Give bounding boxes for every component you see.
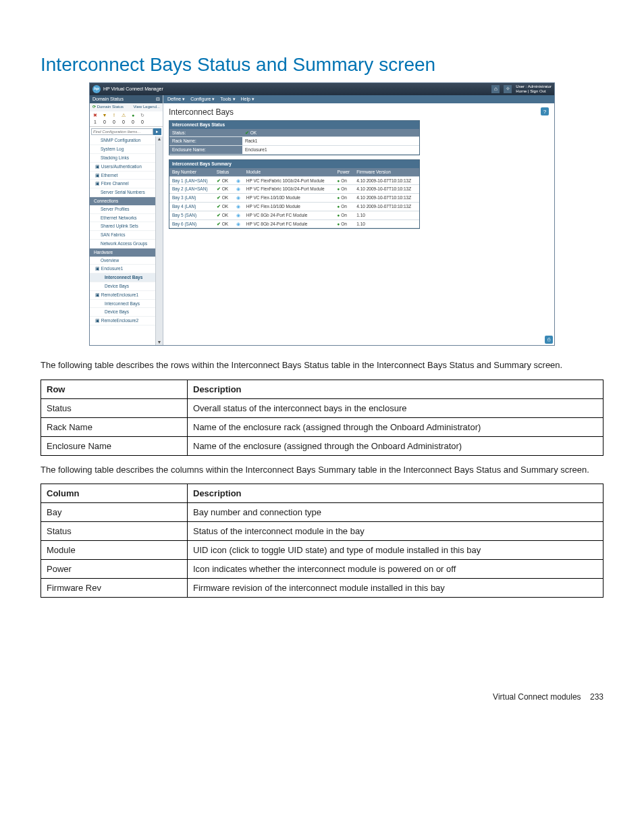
scroll-down-icon[interactable]: ▼	[157, 340, 162, 345]
bay-link[interactable]: Bay 2 (LAN+SAN)	[169, 185, 214, 194]
menu-help[interactable]: Help ▾	[241, 97, 254, 101]
search-go-button[interactable]: ▸	[153, 128, 161, 135]
cell-key: Status	[41, 522, 188, 541]
sidebar-scrollbar[interactable]: ▲ ▼	[155, 136, 163, 345]
print-icon[interactable]: ⎙	[545, 336, 553, 344]
sidebar-item-ethernet[interactable]: ▣ Ethernet	[90, 172, 155, 180]
sidebar-item-profiles[interactable]: Server Profiles	[90, 205, 155, 214]
domain-status-link[interactable]: Domain Status	[97, 105, 124, 109]
col-bay[interactable]: Bay Number	[169, 168, 214, 176]
table-row: Rack NameName of the enclosure rack (ass…	[41, 417, 603, 436]
cell-desc: Name of the enclosure rack (assigned thr…	[188, 417, 603, 436]
sidebar-item-syslog[interactable]: System Log	[90, 145, 155, 154]
cell-key: Firmware Rev	[41, 579, 188, 598]
bay-link[interactable]: Bay 6 (SAN)	[169, 219, 214, 228]
search-input[interactable]	[91, 128, 153, 135]
scroll-up-icon[interactable]: ▲	[157, 136, 162, 142]
wizard-icon[interactable]: ✧	[504, 85, 512, 93]
sidebar-collapse-icon[interactable]: ⊟	[156, 97, 160, 102]
table-row: PowerIcon indicates whether the intercon…	[41, 560, 603, 579]
cell-key: Enclosure Name	[41, 436, 188, 455]
menu-tools[interactable]: Tools ▾	[220, 97, 235, 101]
ok-icon[interactable]: ●	[130, 113, 136, 118]
app-window: hp HP Virtual Connect Manager ⌂ ✧ User :…	[89, 82, 555, 346]
row-power: On	[341, 195, 347, 200]
row-module: HP VC Flex-10/10D Module	[244, 194, 335, 203]
major-icon[interactable]: ▼	[102, 113, 107, 118]
sidebar-item-serials[interactable]: Server Serial Numbers	[90, 188, 155, 197]
refresh-icon[interactable]: ⟳	[92, 105, 96, 109]
uid-toggle-icon[interactable]: ◉	[236, 221, 240, 226]
row-status: OK	[222, 186, 228, 191]
sidebar-item-nag[interactable]: Network Access Groups	[90, 240, 155, 249]
page-title: Interconnect Bays Status and Summary scr…	[41, 54, 603, 76]
row-power: On	[341, 186, 347, 191]
sidebar-item-remoteenclosure1[interactable]: ▣ RemoteEnclosure1	[90, 291, 155, 300]
sidebar-item-enetnets[interactable]: Ethernet Networks	[90, 214, 155, 223]
count-ok: 0	[130, 120, 136, 125]
bay-link[interactable]: Bay 3 (LAN)	[169, 194, 214, 203]
sidebar-item-sanfabrics[interactable]: SAN Fabrics	[90, 231, 155, 240]
status-panel: Interconnect Bays Status Status: ✔ OK Ra…	[169, 120, 420, 155]
user-line2[interactable]: Home | Sign Out	[516, 89, 552, 94]
row-fw: 4.10 2009-10-07T10:10:13Z	[354, 194, 419, 203]
status-rows-table: Row Description StatusOverall status of …	[41, 380, 603, 456]
sidebar-item-users[interactable]: ▣ Users/Authentication	[90, 163, 155, 172]
sidebar-item-device-bays-2[interactable]: Device Bays	[90, 308, 155, 317]
sidebar-item-fc[interactable]: ▣ Fibre Channel	[90, 180, 155, 188]
col-uid	[234, 168, 244, 176]
paragraph-1: The following table describes the rows w…	[41, 359, 603, 371]
sidebar-item-interconnect-bays-2[interactable]: Interconnect Bays	[90, 300, 155, 309]
warning-icon[interactable]: ⚠	[121, 113, 126, 118]
view-legend-link[interactable]: View Legend...	[133, 105, 160, 109]
t2-head-desc: Description	[188, 484, 603, 503]
uid-toggle-icon[interactable]: ◉	[236, 186, 240, 191]
col-module[interactable]: Module	[244, 168, 335, 176]
sidebar-item-snmp[interactable]: SNMP Configuration	[90, 136, 155, 145]
home-icon[interactable]: ⌂	[491, 85, 500, 93]
app-brand: HP Virtual Connect Manager	[103, 86, 163, 92]
sidebar-item-sus[interactable]: Shared Uplink Sets	[90, 222, 155, 231]
summary-columns-table: Column Description BayBay number and con…	[41, 484, 603, 598]
row-fw: 4.10 2009-10-07T10:10:13Z	[354, 176, 419, 185]
sidebar-item-device-bays-1[interactable]: Device Bays	[90, 282, 155, 291]
unknown-icon[interactable]: ↻	[140, 113, 145, 118]
table-row: Bay 5 (SAN)✔ OK◉HP VC 8Gb 24-Port FC Mod…	[169, 211, 419, 219]
rack-name-label: Rack Name:	[169, 137, 242, 146]
uid-toggle-icon[interactable]: ◉	[236, 195, 240, 200]
main-content: Define ▾ Configure ▾ Tools ▾ Help ▾ Inte…	[163, 95, 554, 345]
col-status[interactable]: Status	[214, 168, 234, 176]
minor-icon[interactable]: !	[111, 113, 117, 118]
table-row: StatusStatus of the interconnect module …	[41, 522, 603, 541]
menu-configure[interactable]: Configure ▾	[190, 97, 215, 101]
row-fw: 4.10 2009-10-07T10:10:13Z	[354, 202, 419, 211]
cell-key: Status	[41, 398, 188, 417]
col-power[interactable]: Power	[334, 168, 354, 176]
t2-head-col: Column	[41, 484, 188, 503]
menu-define[interactable]: Define ▾	[167, 97, 185, 101]
sidebar-item-enclosure1[interactable]: ▣ Enclosure1	[90, 265, 155, 273]
uid-toggle-icon[interactable]: ◉	[236, 178, 240, 183]
sidebar-item-remoteenclosure2[interactable]: ▣ RemoteEnclosure2	[90, 317, 155, 325]
status-value: OK	[250, 130, 257, 135]
uid-toggle-icon[interactable]: ◉	[236, 204, 240, 209]
content-heading: Interconnect Bays	[169, 107, 234, 117]
sidebar-item-interconnect-bays-1[interactable]: Interconnect Bays	[90, 273, 155, 282]
bay-link[interactable]: Bay 4 (LAN)	[169, 202, 214, 211]
cell-desc: Bay number and connection type	[188, 503, 603, 522]
bay-link[interactable]: Bay 5 (SAN)	[169, 211, 214, 219]
row-status: OK	[222, 213, 228, 217]
col-fw[interactable]: Firmware Version	[354, 168, 419, 176]
context-help-icon[interactable]: ?	[541, 107, 549, 115]
row-status: OK	[222, 204, 228, 209]
status-ok-icon: ✔	[245, 130, 249, 135]
sidebar-cat-hardware: Hardware	[90, 249, 155, 257]
critical-icon[interactable]: ✖	[92, 113, 98, 118]
sidebar-item-overview[interactable]: Overview	[90, 257, 155, 265]
bay-link[interactable]: Bay 1 (LAN+SAN)	[169, 176, 214, 185]
sidebar-item-stacking[interactable]: Stacking Links	[90, 154, 155, 163]
row-fw: 1.10	[354, 219, 419, 228]
rack-name-value: Rack1	[242, 137, 419, 146]
menubar: Define ▾ Configure ▾ Tools ▾ Help ▾	[163, 95, 554, 103]
uid-toggle-icon[interactable]: ◉	[236, 213, 240, 217]
